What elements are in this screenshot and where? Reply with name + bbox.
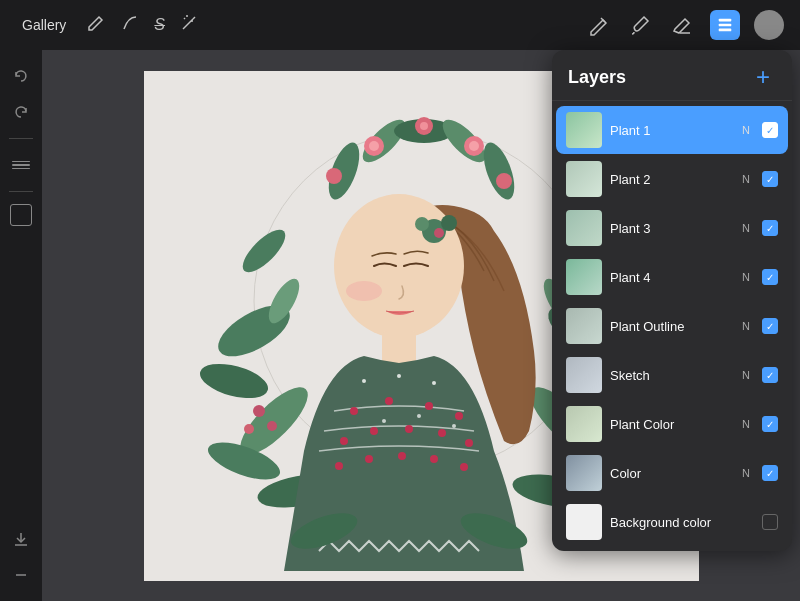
layer-checkbox-plant3[interactable] <box>762 220 778 236</box>
layer-name-sketch: Sketch <box>610 368 734 383</box>
svg-point-51 <box>434 228 444 238</box>
layer-thumb-plant3 <box>566 210 602 246</box>
svg-point-70 <box>382 419 386 423</box>
layer-name-plantoutline: Plant Outline <box>610 319 734 334</box>
layer-thumb-plant1 <box>566 112 602 148</box>
layer-thumb-plant4 <box>566 259 602 295</box>
layer-mode-plantoutline: N <box>742 320 750 332</box>
layer-mode-sketch: N <box>742 369 750 381</box>
svg-point-55 <box>425 402 433 410</box>
modify-icon[interactable] <box>86 13 106 38</box>
eraser-icon[interactable] <box>668 11 696 39</box>
svg-point-69 <box>432 381 436 385</box>
pen-nib-icon[interactable] <box>584 11 612 39</box>
layer-item-plant2[interactable]: Plant 2N <box>556 155 788 203</box>
minus-icon[interactable] <box>7 561 35 589</box>
layer-mode-plantcolor: N <box>742 418 750 430</box>
color-swatch[interactable] <box>10 204 32 226</box>
layer-thumb-sketch <box>566 357 602 393</box>
brush-icon[interactable] <box>626 11 654 39</box>
svg-point-54 <box>385 397 393 405</box>
layer-item-plant1[interactable]: Plant 1N <box>556 106 788 154</box>
svg-point-39 <box>496 173 512 189</box>
svg-point-59 <box>405 425 413 433</box>
layer-name-plant3: Plant 3 <box>610 221 734 236</box>
layer-item-plant4[interactable]: Plant 4N <box>556 253 788 301</box>
layer-thumb-plant2 <box>566 161 602 197</box>
layer-checkbox-color[interactable] <box>762 465 778 481</box>
layer-mode-plant1: N <box>742 124 750 136</box>
layers-panel: Layers + Plant 1NPlant 2NPlant 3NPlant 4… <box>552 50 792 551</box>
svg-point-33 <box>369 141 379 151</box>
layer-name-bgcolor: Background color <box>610 515 754 530</box>
svg-point-47 <box>346 281 382 301</box>
layers-icon-button[interactable] <box>710 10 740 40</box>
svg-point-60 <box>438 429 446 437</box>
layer-name-plantcolor: Plant Color <box>610 417 734 432</box>
layer-checkbox-plant1[interactable] <box>762 122 778 138</box>
svg-rect-6 <box>719 19 732 22</box>
smudge-icon[interactable] <box>7 151 35 179</box>
svg-point-61 <box>465 439 473 447</box>
layer-mode-plant3: N <box>742 222 750 234</box>
layer-thumb-bgcolor <box>566 504 602 540</box>
svg-line-1 <box>193 17 195 19</box>
svg-point-68 <box>397 374 401 378</box>
layer-name-plant1: Plant 1 <box>610 123 734 138</box>
magic-icon[interactable] <box>179 13 199 38</box>
layer-mode-plant4: N <box>742 271 750 283</box>
gallery-button[interactable]: Gallery <box>16 13 72 37</box>
toolbar: Gallery S <box>0 0 800 50</box>
layer-item-plantoutline[interactable]: Plant OutlineN <box>556 302 788 350</box>
layers-title: Layers <box>568 67 626 88</box>
svg-point-42 <box>244 424 254 434</box>
layer-item-sketch[interactable]: SketchN <box>556 351 788 399</box>
redo-icon[interactable] <box>7 98 35 126</box>
sidebar-divider-2 <box>9 191 33 192</box>
layer-mode-plant2: N <box>742 173 750 185</box>
text-icon[interactable]: S <box>154 16 165 34</box>
sidebar-divider-1 <box>9 138 33 139</box>
curve-icon[interactable] <box>120 13 140 38</box>
svg-point-71 <box>417 414 421 418</box>
layers-header: Layers + <box>552 50 792 101</box>
svg-point-35 <box>420 122 428 130</box>
layer-checkbox-plantoutline[interactable] <box>762 318 778 334</box>
svg-rect-8 <box>719 29 732 32</box>
svg-point-53 <box>350 407 358 415</box>
undo-icon[interactable] <box>7 62 35 90</box>
profile-button[interactable] <box>754 10 784 40</box>
layer-item-bgcolor[interactable]: Background color <box>556 498 788 546</box>
left-sidebar <box>0 50 42 601</box>
svg-point-62 <box>335 462 343 470</box>
svg-point-50 <box>415 217 429 231</box>
layer-name-plant2: Plant 2 <box>610 172 734 187</box>
layer-mode-color: N <box>742 467 750 479</box>
svg-rect-52 <box>382 331 416 366</box>
svg-point-46 <box>334 194 464 338</box>
svg-point-41 <box>267 421 277 431</box>
import-icon[interactable] <box>7 525 35 553</box>
svg-point-58 <box>370 427 378 435</box>
layer-checkbox-plant2[interactable] <box>762 171 778 187</box>
layers-add-button[interactable]: + <box>750 64 776 90</box>
layer-item-color[interactable]: ColorN <box>556 449 788 497</box>
layer-item-plantcolor[interactable]: Plant ColorN <box>556 400 788 448</box>
svg-point-72 <box>452 424 456 428</box>
layer-thumb-color <box>566 455 602 491</box>
layer-checkbox-plantcolor[interactable] <box>762 416 778 432</box>
toolbar-right <box>584 10 784 40</box>
svg-point-66 <box>460 463 468 471</box>
layer-checkbox-plant4[interactable] <box>762 269 778 285</box>
layer-thumb-plantoutline <box>566 308 602 344</box>
layer-thumb-plantcolor <box>566 406 602 442</box>
layer-name-color: Color <box>610 466 734 481</box>
layer-item-plant3[interactable]: Plant 3N <box>556 204 788 252</box>
svg-point-65 <box>430 455 438 463</box>
layer-checkbox-bgcolor[interactable] <box>762 514 778 530</box>
svg-point-49 <box>441 215 457 231</box>
toolbar-left: Gallery S <box>16 13 199 38</box>
svg-point-56 <box>455 412 463 420</box>
svg-point-37 <box>469 141 479 151</box>
layer-checkbox-sketch[interactable] <box>762 367 778 383</box>
